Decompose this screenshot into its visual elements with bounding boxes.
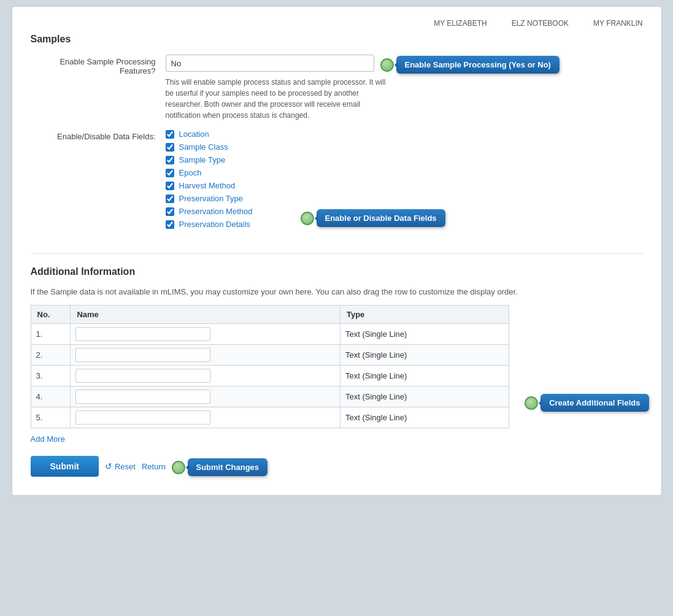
processing-content: No Enable Sample Processing (Yes or No) … <box>166 55 643 121</box>
processing-label: Enable Sample Processing Features? <box>31 55 166 75</box>
checkbox-preservation-method[interactable] <box>166 207 174 216</box>
row-no-5: 5. <box>31 407 71 428</box>
row-type-3: Text (Single Line) <box>340 366 509 387</box>
label-preservation-method: Preservation Method <box>179 207 253 216</box>
processing-tooltip-container: Enable Sample Processing (Yes or No) <box>380 56 560 74</box>
checkbox-sample-class[interactable] <box>166 143 174 152</box>
checkbox-location[interactable] <box>166 130 174 139</box>
data-fields-content: Location Sample Class Sample Type Epoch … <box>166 129 643 233</box>
submit-button[interactable]: Submit <box>31 456 99 477</box>
label-preservation-details: Preservation Details <box>179 220 250 229</box>
table-row: 5. Text (Single Line) <box>31 407 509 428</box>
type-display-3: Text (Single Line) <box>345 371 407 380</box>
label-harvest-method: Harvest Method <box>179 181 236 190</box>
row-type-4: Text (Single Line) <box>340 387 509 407</box>
data-fields-label: Enable/Disable Data Fields: <box>31 129 166 141</box>
samples-title: Samples <box>31 34 643 45</box>
reset-icon: ↺ <box>105 461 112 471</box>
fields-tooltip-bubble: Enable or Disable Data Fields <box>317 209 445 227</box>
field-location: Location <box>166 129 643 139</box>
table-row: 3. Text (Single Line) <box>31 366 509 387</box>
name-input-4[interactable] <box>75 390 210 404</box>
samples-section: Samples Enable Sample Processing Feature… <box>31 34 643 254</box>
col-header-name: Name <box>71 306 340 324</box>
checkbox-harvest-method[interactable] <box>166 182 174 190</box>
submit-tooltip-bubble: Submit Changes <box>188 458 268 476</box>
table-row: 4. Text (Single Line) <box>31 387 509 407</box>
submit-tooltip-container: Submit Changes <box>172 458 268 476</box>
col-header-type: Type <box>340 306 509 324</box>
table-wrapper: No. Name Type 1. Text (Single Line) 2. <box>31 305 643 428</box>
row-type-2: Text (Single Line) <box>340 345 509 366</box>
type-display-4: Text (Single Line) <box>345 392 407 401</box>
additional-title: Additional Information <box>31 266 643 277</box>
processing-help-text: This will enable sample process status a… <box>166 77 386 121</box>
checkbox-epoch[interactable] <box>166 169 174 177</box>
field-preservation-type: Preservation Type <box>166 194 643 203</box>
row-no-1: 1. <box>31 324 71 345</box>
row-type-1: Text (Single Line) <box>340 324 509 345</box>
table-row: 1. Text (Single Line) <box>31 324 509 345</box>
row-no-3: 3. <box>31 366 71 387</box>
name-input-1[interactable] <box>75 327 210 341</box>
name-input-5[interactable] <box>75 410 210 425</box>
type-display-1: Text (Single Line) <box>345 329 407 339</box>
processing-row: Enable Sample Processing Features? No En… <box>31 55 643 121</box>
reset-label: Reset <box>115 462 136 471</box>
reset-button[interactable]: ↺ Reset <box>105 461 136 471</box>
label-preservation-type: Preservation Type <box>179 194 244 203</box>
row-name-4[interactable] <box>71 387 340 407</box>
processing-tooltip-bubble: Enable Sample Processing (Yes or No) <box>396 56 560 74</box>
type-display-2: Text (Single Line) <box>345 350 407 360</box>
field-sample-type: Sample Type <box>166 155 643 164</box>
label-sample-type: Sample Type <box>179 155 226 164</box>
label-epoch: Epoch <box>179 168 202 177</box>
topbar-item-1: MY ELIZABETH <box>434 19 486 28</box>
field-epoch: Epoch <box>166 168 643 177</box>
additional-table: No. Name Type 1. Text (Single Line) 2. <box>31 305 509 428</box>
return-button[interactable]: Return <box>142 462 166 471</box>
additional-description: If the Sample data is not available in m… <box>31 287 643 296</box>
col-header-no: No. <box>31 306 71 324</box>
topbar-item-3: MY FRANKLIN <box>593 19 642 28</box>
additional-section: Additional Information If the Sample dat… <box>31 266 643 444</box>
table-row: 2. Text (Single Line) <box>31 345 509 366</box>
name-input-2[interactable] <box>75 348 210 362</box>
add-more-link[interactable]: Add More <box>31 434 65 444</box>
row-name-1[interactable] <box>71 324 340 345</box>
data-fields-row: Enable/Disable Data Fields: Location Sam… <box>31 129 643 233</box>
row-type-5: Text (Single Line) <box>340 407 509 428</box>
label-sample-class: Sample Class <box>179 142 228 152</box>
row-no-2: 2. <box>31 345 71 366</box>
top-bar: MY ELIZABETH ELZ NOTEBOOK MY FRANKLIN <box>31 19 643 28</box>
checkbox-preservation-details[interactable] <box>166 220 174 229</box>
processing-select[interactable]: No <box>166 55 374 72</box>
topbar-item-2: ELZ NOTEBOOK <box>512 19 569 28</box>
checkbox-preservation-type[interactable] <box>166 194 174 203</box>
row-name-2[interactable] <box>71 345 340 366</box>
label-location: Location <box>179 129 209 139</box>
row-name-3[interactable] <box>71 366 340 387</box>
type-display-5: Text (Single Line) <box>345 413 407 422</box>
field-sample-class: Sample Class <box>166 142 643 152</box>
name-input-3[interactable] <box>75 369 210 383</box>
row-no-4: 4. <box>31 387 71 407</box>
fields-tooltip-container: Enable or Disable Data Fields <box>301 209 445 227</box>
main-container: MY ELIZABETH ELZ NOTEBOOK MY FRANKLIN Sa… <box>12 6 662 496</box>
additional-tooltip-container: Create Additional Fields <box>525 394 648 412</box>
additional-tooltip-bubble: Create Additional Fields <box>540 394 648 412</box>
row-name-5[interactable] <box>71 407 340 428</box>
buttons-row: Submit ↺ Reset Return Submit Changes <box>31 456 643 477</box>
field-harvest-method: Harvest Method <box>166 181 643 190</box>
checkbox-sample-type[interactable] <box>166 156 174 164</box>
